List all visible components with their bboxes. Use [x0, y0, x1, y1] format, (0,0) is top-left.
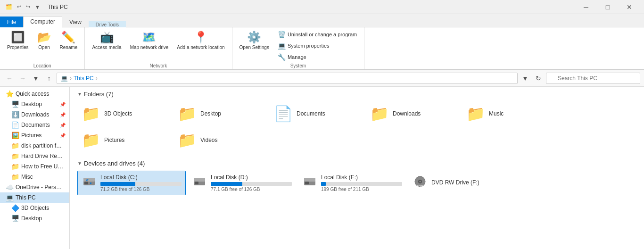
- folder-downloads-icon: 📁: [370, 105, 389, 123]
- tab-file[interactable]: File: [0, 17, 23, 27]
- tab-drive-tools[interactable]: Drive Tools: [89, 21, 126, 27]
- nav-forward-button[interactable]: →: [17, 73, 28, 84]
- system-group-label: System: [236, 62, 361, 68]
- refresh-button[interactable]: ↻: [533, 73, 544, 84]
- open-icon: 📂: [37, 31, 51, 44]
- folder-music[interactable]: 📁 Music: [462, 101, 556, 126]
- system-properties-button[interactable]: 💻 System properties: [274, 41, 360, 51]
- path-this-pc[interactable]: This PC: [74, 75, 94, 82]
- maximize-button[interactable]: □: [597, 0, 619, 14]
- onedrive-icon: ☁️: [6, 183, 14, 191]
- sidebar-item-this-pc[interactable]: 💻 This PC: [0, 192, 69, 203]
- qat-forward[interactable]: ↪: [24, 3, 32, 11]
- qat-expand[interactable]: ▼: [33, 3, 42, 11]
- uninstall-icon: 🗑️: [278, 31, 286, 38]
- access-media-label: Access media: [92, 45, 121, 50]
- drive-c-bar-fill: [100, 182, 135, 186]
- drives-section-header[interactable]: ▼ Devices and drives (4): [77, 160, 636, 167]
- folder-downloads-name: Downloads: [393, 110, 421, 117]
- drive-c-bar-bg: [100, 182, 182, 186]
- qat-back[interactable]: ↩: [15, 3, 23, 11]
- nav-back-button[interactable]: ←: [4, 73, 15, 84]
- folders-section-header[interactable]: ▼ Folders (7): [77, 91, 636, 98]
- title-bar-left: 🗂️ ↩ ↪ ▼ This PC: [4, 3, 68, 11]
- how-to-free-label: How to Free Up...: [21, 163, 64, 170]
- sidebar-item-downloads[interactable]: ⬇️ Downloads 📌: [0, 109, 69, 120]
- 3d-objects-label: 3D Objects: [21, 205, 49, 211]
- folder-documents[interactable]: 📄 Documents: [270, 101, 364, 126]
- manage-icon: 🔧: [278, 53, 286, 61]
- close-button[interactable]: ✕: [619, 0, 640, 14]
- uninstall-button[interactable]: 🗑️ Uninstall or change a program: [274, 29, 360, 40]
- manage-button[interactable]: 🔧 Manage: [274, 52, 360, 62]
- desktop-icon: 🖥️: [11, 100, 19, 108]
- quick-access-icon: ⭐: [6, 90, 14, 98]
- folder-3d-objects[interactable]: 📁 3D Objects: [77, 101, 172, 126]
- folder-music-icon: 📁: [466, 105, 485, 123]
- drive-e[interactable]: Local Disk (E:) 199 GB free of 211 GB: [298, 171, 406, 195]
- folders-chevron: ▼: [77, 91, 82, 97]
- svg-rect-7: [195, 182, 198, 184]
- folder-videos-icon: 📁: [178, 131, 197, 149]
- drive-e-free: 199 GB free of 211 GB: [321, 187, 402, 192]
- map-network-drive-button[interactable]: 🗺️ Map network drive: [127, 29, 172, 52]
- sidebar-item-documents[interactable]: 📄 Documents 📌: [0, 120, 69, 130]
- folder-videos-name: Videos: [200, 137, 217, 143]
- tab-computer[interactable]: Computer: [23, 16, 62, 27]
- rename-button[interactable]: ✏️ Rename: [57, 29, 81, 52]
- add-network-location-button[interactable]: 📍 Add a network location: [173, 29, 228, 52]
- folder-desktop[interactable]: 📁 Desktop: [173, 101, 268, 126]
- downloads-label: Downloads: [21, 111, 49, 118]
- documents-icon: 📄: [11, 121, 19, 129]
- folder-videos[interactable]: 📁 Videos: [173, 128, 268, 152]
- sidebar-item-desktop2[interactable]: 🖥️ Desktop: [0, 213, 69, 224]
- tab-view[interactable]: View: [62, 17, 89, 27]
- nav-up-button[interactable]: ↑: [43, 73, 55, 84]
- window-title: This PC: [48, 4, 68, 10]
- path-icon: 💻: [61, 75, 68, 82]
- svg-text:DVD: DVD: [417, 184, 423, 187]
- address-path[interactable]: 💻 › This PC ›: [57, 73, 518, 84]
- nav-recent-button[interactable]: ▼: [30, 73, 41, 84]
- properties-button[interactable]: 🔲 Properties: [4, 29, 32, 52]
- sidebar-item-desktop[interactable]: 🖥️ Desktop 📌: [0, 99, 69, 109]
- drive-c[interactable]: W Local Disk (C:) 71.2 GB free of 126 GB: [77, 171, 186, 195]
- minimize-button[interactable]: ─: [575, 0, 597, 14]
- access-media-icon: 📺: [100, 31, 114, 44]
- access-media-button[interactable]: 📺 Access media: [89, 29, 124, 52]
- sidebar-item-disk-partition[interactable]: 📁 disk partition fo...: [0, 141, 69, 151]
- location-group-label: Location: [4, 62, 81, 68]
- quick-access-label: Quick access: [16, 91, 49, 97]
- properties-icon: 🔲: [11, 31, 25, 44]
- hard-drive-icon: 📁: [11, 152, 19, 160]
- qat-dropdown[interactable]: 🗂️: [4, 3, 14, 11]
- sidebar-item-3d-objects[interactable]: 🔷 3D Objects: [0, 203, 69, 213]
- pictures-icon: 🖼️: [11, 132, 19, 139]
- open-button[interactable]: 📂 Open: [34, 29, 55, 52]
- sidebar-item-hard-drive[interactable]: 📁 Hard Drive Reco...: [0, 151, 69, 161]
- drive-e-info: Local Disk (E:) 199 GB free of 211 GB: [321, 174, 402, 192]
- system-properties-label: System properties: [288, 43, 330, 49]
- folder-documents-icon: 📄: [274, 105, 293, 123]
- folder-downloads[interactable]: 📁 Downloads: [366, 101, 460, 126]
- folder-pictures[interactable]: 📁 Pictures: [77, 128, 172, 152]
- sidebar-item-quick-access[interactable]: ⭐ Quick access: [0, 89, 69, 99]
- content-area: ▼ Folders (7) 📁 3D Objects 📁 Desktop 📄 D…: [70, 87, 644, 249]
- title-bar: 🗂️ ↩ ↪ ▼ This PC ─ □ ✕: [0, 0, 644, 14]
- search-input[interactable]: [546, 73, 640, 84]
- sidebar-item-misc[interactable]: 📁 Misc: [0, 172, 69, 182]
- open-settings-button[interactable]: ⚙️ Open Settings: [236, 29, 272, 52]
- sidebar: ⭐ Quick access 🖥️ Desktop 📌 ⬇️ Downloads…: [0, 87, 70, 249]
- pin-icon2: 📌: [60, 112, 66, 117]
- drive-d[interactable]: Local Disk (D:) 77.1 GB free of 126 GB: [188, 171, 296, 195]
- drive-f[interactable]: DVD DVD RW Drive (F:): [408, 171, 517, 195]
- this-pc-icon: 💻: [6, 194, 14, 201]
- location-buttons: 🔲 Properties 📂 Open ✏️ Rename: [4, 29, 81, 62]
- open-label: Open: [38, 45, 50, 50]
- sidebar-item-pictures[interactable]: 🖼️ Pictures 📌: [0, 130, 69, 141]
- address-dropdown-button[interactable]: ▼: [520, 73, 531, 84]
- system-buttons: ⚙️ Open Settings 🗑️ Uninstall or change …: [236, 29, 361, 62]
- sidebar-item-onedrive[interactable]: ☁️ OneDrive - Person...: [0, 182, 69, 192]
- desktop2-label: Desktop: [21, 215, 42, 222]
- sidebar-item-how-to-free[interactable]: 📁 How to Free Up...: [0, 161, 69, 172]
